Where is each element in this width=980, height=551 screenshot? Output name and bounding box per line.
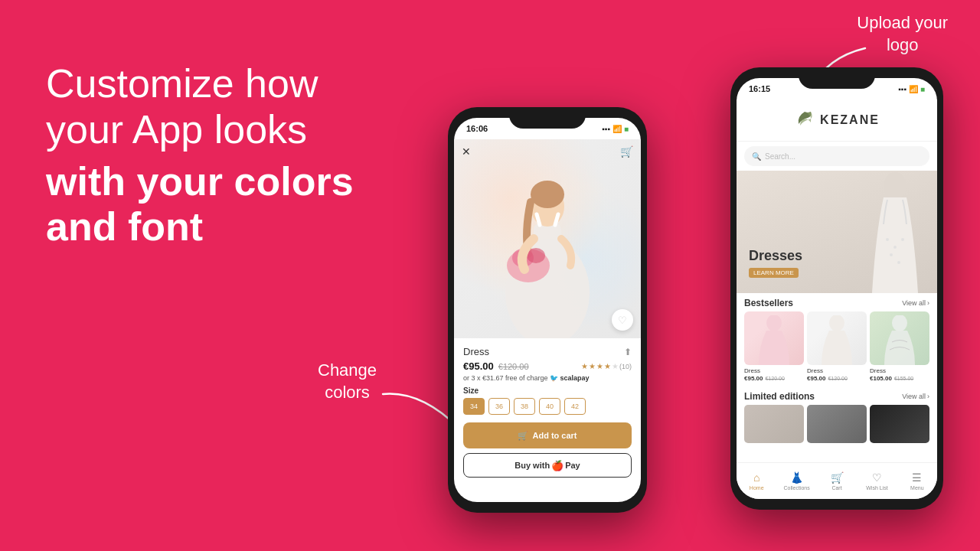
menu-label: Menu — [910, 485, 924, 491]
bestseller-card-1[interactable]: Dress €95.00 €120.00 — [744, 311, 804, 382]
size-40[interactable]: 40 — [539, 398, 560, 415]
svg-point-14 — [901, 238, 904, 241]
svg-point-17 — [766, 315, 782, 331]
dress-lace-svg — [880, 315, 919, 365]
bestseller-img-1 — [744, 311, 804, 365]
rating-stars: ★ ★ ★ ★ ★ (10) — [581, 362, 632, 370]
buy-with-pay-button[interactable]: Buy with 🍎 Pay — [463, 453, 632, 478]
rating-count: (10) — [619, 363, 632, 370]
dress-pink-svg — [755, 315, 793, 365]
phone2-status-icons: ▪▪▪ 📶 ■ — [898, 85, 925, 93]
bestseller-price-1: €95.00 — [744, 375, 763, 382]
left-text-block: Customize how your App looks with your c… — [46, 61, 354, 250]
product-price-row: €95.00 €120.00 ★ ★ ★ ★ ★ (10) — [463, 360, 632, 372]
nav-menu[interactable]: ☰ Menu — [897, 471, 937, 491]
size-options[interactable]: 34 36 38 40 42 — [463, 398, 632, 415]
menu-icon: ☰ — [912, 471, 922, 484]
limited-card-2[interactable] — [807, 405, 867, 443]
headline-bold: with your colors and font — [46, 159, 354, 251]
bestsellers-grid: Dress €95.00 €120.00 — [737, 311, 937, 382]
logo-text: KEZANE — [820, 113, 880, 127]
product-title-text: Dress — [463, 346, 489, 357]
bestseller-card-3[interactable]: Dress €105.00 €155.00 — [870, 311, 929, 382]
size-36[interactable]: 36 — [488, 398, 510, 415]
phone1-time: 16:06 — [466, 124, 488, 133]
nav-cart[interactable]: 🛒 Cart — [817, 471, 857, 491]
phone2-notch — [799, 67, 875, 89]
upload-logo-label: Upload your logo — [857, 12, 948, 56]
phone1-screen: 16:06 ▪▪▪ 📶 ■ ✕ 🛒 — [454, 118, 641, 502]
svg-point-5 — [531, 181, 564, 208]
logo-area: KEZANE — [794, 110, 880, 131]
svg-point-11 — [884, 172, 906, 200]
nav-collections[interactable]: 👗 Collections — [776, 471, 816, 491]
share-icon[interactable]: ⬆ — [624, 347, 632, 357]
limited-title: Limited editions — [744, 391, 815, 402]
bottom-nav: ⌂ Home 👗 Collections 🛒 Cart ♡ Wish List — [737, 462, 937, 499]
nav-home[interactable]: ⌂ Home — [737, 471, 776, 491]
svg-point-12 — [886, 238, 889, 241]
cart-icon[interactable]: 🛒 — [620, 145, 633, 158]
bestseller-oldprice-1: €120.00 — [765, 376, 784, 381]
signal-icon2: 📶 — [909, 85, 918, 93]
limited-header: Limited editions View all › — [737, 386, 937, 405]
svg-point-18 — [829, 315, 844, 331]
bestseller-oldprice-2: €120.00 — [828, 376, 847, 381]
battery-icon: ■ — [624, 125, 629, 133]
phone2-content: KEZANE 🔍 Search... — [737, 99, 937, 499]
size-38[interactable]: 38 — [514, 398, 535, 415]
limited-card-3[interactable] — [870, 405, 929, 443]
add-to-cart-label: Add to cart — [532, 431, 577, 440]
home-icon: ⌂ — [753, 471, 760, 484]
dress-white-bg — [807, 311, 867, 365]
old-price: €120.00 — [498, 362, 529, 371]
phone1-status-icons: ▪▪▪ 📶 ■ — [602, 125, 629, 133]
phone2-header: KEZANE — [737, 99, 937, 142]
back-button[interactable]: ✕ — [462, 145, 471, 158]
bestseller-oldprice-3: €155.00 — [894, 376, 913, 381]
bestsellers-header: Bestsellers View all › — [737, 293, 937, 311]
limited-card-1[interactable] — [744, 405, 804, 443]
bestseller-title-1: Dress — [744, 367, 804, 374]
wishlist-button[interactable]: ♡ — [612, 309, 633, 331]
hero-dress-figure — [861, 171, 929, 293]
limited-view-all[interactable]: View all › — [902, 393, 929, 400]
product-info: Dress ⬆ €95.00 €120.00 ★ ★ ★ ★ ★ (10) — [454, 338, 641, 485]
svg-point-16 — [897, 261, 900, 264]
add-to-cart-button[interactable]: 🛒 Add to cart — [463, 422, 632, 448]
phone1-notch — [509, 107, 586, 129]
size-34[interactable]: 34 — [463, 398, 485, 415]
wishlist-nav-icon: ♡ — [872, 471, 882, 484]
bestsellers-view-all[interactable]: View all › — [902, 299, 929, 307]
logo-icon — [794, 110, 815, 131]
product-title-row: Dress ⬆ — [463, 346, 632, 357]
headline-line1: Customize how your App looks — [46, 61, 354, 153]
phone2-shell: 16:15 ▪▪▪ 📶 ■ — [730, 67, 943, 510]
collections-icon: 👗 — [790, 471, 803, 484]
size-label: Size — [463, 386, 632, 395]
cart-icon-btn: 🛒 — [518, 431, 528, 441]
battery-icon2: ■ — [920, 85, 925, 93]
size-42[interactable]: 42 — [564, 398, 586, 415]
phone2-wrapper: 16:15 ▪▪▪ 📶 ■ — [730, 67, 943, 510]
wishlist-label: Wish List — [866, 485, 887, 491]
limited-grid — [737, 405, 937, 443]
phone1-wrapper: 16:06 ▪▪▪ 📶 ■ ✕ 🛒 — [448, 107, 647, 513]
home-label: Home — [750, 485, 764, 491]
bestseller-img-2 — [807, 311, 867, 365]
search-bar[interactable]: 🔍 Search... — [744, 146, 929, 166]
cart-nav-icon: 🛒 — [831, 471, 844, 484]
collections-label: Collections — [783, 485, 809, 491]
phone1-content: ✕ 🛒 — [454, 139, 641, 502]
nav-wishlist[interactable]: ♡ Wish List — [857, 471, 897, 491]
woman-figure — [486, 155, 609, 338]
svg-point-19 — [892, 315, 907, 331]
product-image: ♡ — [454, 139, 641, 338]
search-icon: 🔍 — [752, 152, 761, 161]
bestseller-price-3: €105.00 — [870, 375, 892, 382]
phone2-time: 16:15 — [749, 84, 770, 93]
bestseller-card-2[interactable]: Dress €95.00 €120.00 — [807, 311, 867, 382]
hero-cta[interactable]: LEARN MORE — [749, 268, 799, 278]
svg-point-13 — [893, 246, 897, 249]
cart-label: Cart — [831, 485, 841, 491]
